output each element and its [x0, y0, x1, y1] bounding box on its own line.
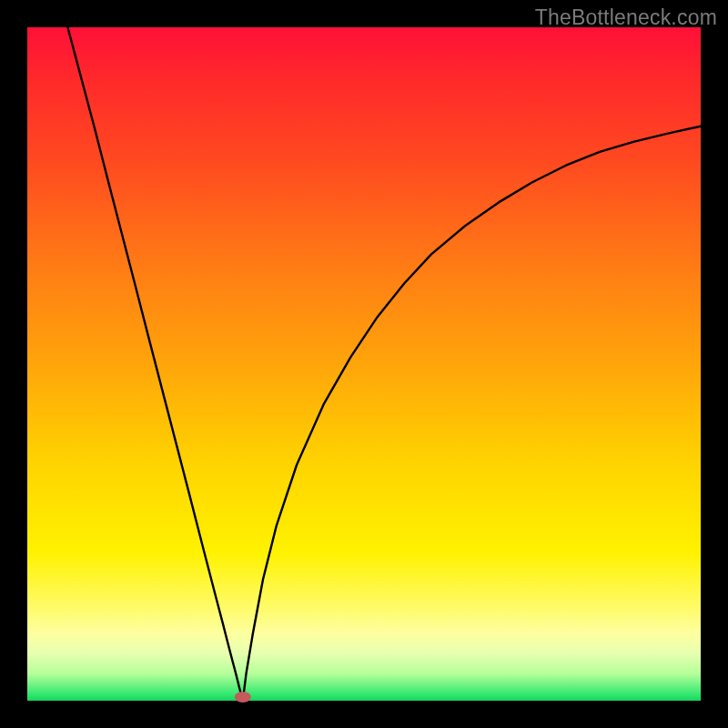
- bottleneck-line-chart: [27, 27, 701, 701]
- watermark-text: TheBottleneck.com: [535, 5, 717, 30]
- chart-frame: TheBottleneck.com: [0, 0, 728, 728]
- bottleneck-curve-path: [67, 27, 701, 701]
- minimum-marker: [235, 692, 251, 703]
